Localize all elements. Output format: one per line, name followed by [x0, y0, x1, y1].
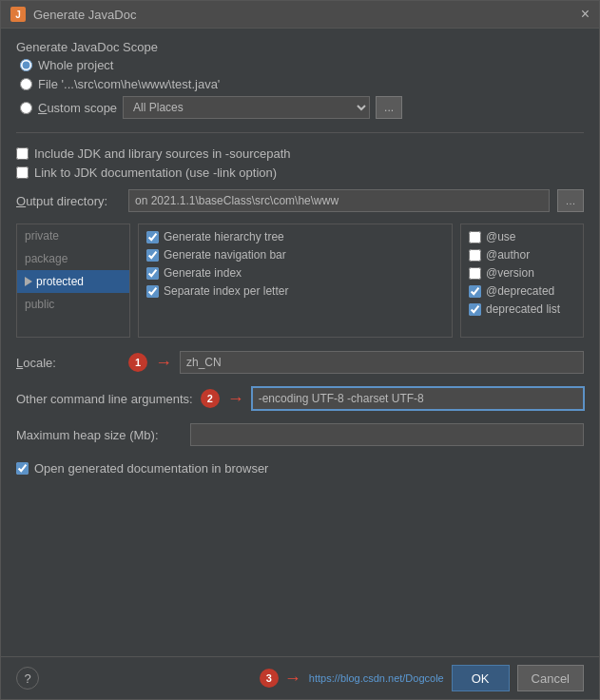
title-bar: J Generate JavaDoc ×: [1, 1, 599, 29]
heap-input[interactable]: [190, 423, 584, 446]
title-bar-left: J Generate JavaDoc: [10, 7, 136, 22]
ok-button[interactable]: OK: [452, 665, 510, 691]
opt-navbar-checkbox[interactable]: [146, 249, 159, 262]
scope-custom-row: Custom scope All Places ...: [20, 96, 584, 119]
footer: ? 3 → https://blog.csdn.net/Dogcole OK C…: [1, 656, 599, 699]
generate-javadoc-dialog: J Generate JavaDoc × Generate JavaDoc Sc…: [0, 0, 600, 700]
scope-file-label[interactable]: File '...\src\com\he\www\test.java': [38, 77, 220, 91]
opt-hierarchy-checkbox[interactable]: [146, 231, 159, 243]
arrow-3: →: [284, 669, 301, 689]
dialog-content: Generate JavaDoc Scope Whole project Fil…: [1, 29, 599, 656]
visibility-protected[interactable]: protected: [17, 270, 129, 293]
app-icon: J: [10, 7, 26, 22]
opt-deprlist-row: deprecated list: [469, 302, 575, 316]
extra-options-section: Include JDK and library sources in -sour…: [16, 146, 584, 180]
output-directory-row: Output directory: …: [16, 189, 584, 212]
dialog-title: Generate JavaDoc: [33, 8, 136, 22]
opt-index-row: Generate index: [146, 266, 444, 280]
footer-right: 3 → https://blog.csdn.net/Dogcole OK Can…: [260, 665, 584, 691]
footer-left: ?: [16, 667, 39, 690]
other-args-section: Other command line arguments: 2 →: [16, 387, 584, 410]
triangle-icon: [25, 277, 32, 286]
opt-author-label[interactable]: @author: [486, 248, 530, 262]
scope-whole-radio[interactable]: [20, 59, 32, 71]
scope-whole-row: Whole project: [20, 58, 584, 72]
opt-version-label[interactable]: @version: [486, 266, 534, 280]
locale-label: Locale:: [16, 356, 121, 370]
scope-file-radio[interactable]: [20, 78, 32, 90]
heap-section: Maximum heap size (Mb):: [16, 423, 584, 446]
opt-author-checkbox[interactable]: [469, 249, 481, 262]
main-options-area: private package protected public Generat…: [16, 224, 584, 338]
arrow-2: →: [227, 389, 244, 409]
opt-deprecated-row: @deprecated: [469, 284, 575, 298]
visibility-package[interactable]: package: [17, 247, 129, 270]
scope-custom-radio[interactable]: [20, 102, 32, 114]
jdk-sourcepath-label[interactable]: Include JDK and library sources in -sour…: [34, 146, 291, 161]
opt-version-row: @version: [469, 266, 575, 280]
opt-index-checkbox[interactable]: [146, 267, 159, 280]
opt-author-row: @author: [469, 248, 575, 262]
badge-3: 3: [260, 669, 279, 688]
arrow-1: →: [155, 353, 172, 373]
opt-deprlist-checkbox[interactable]: [469, 303, 481, 316]
visibility-panel: private package protected public: [16, 224, 130, 338]
scope-radio-group: Whole project File '...\src\com\he\www\t…: [16, 58, 584, 119]
locale-input[interactable]: [180, 351, 584, 374]
opt-navbar-label[interactable]: Generate navigation bar: [164, 248, 286, 262]
output-label: Output directory:: [16, 194, 121, 208]
scope-section: Generate JavaDoc Scope Whole project Fil…: [16, 40, 584, 119]
opt-navbar-row: Generate navigation bar: [146, 248, 444, 262]
jdk-link-label[interactable]: Link to JDK documentation (use -link opt…: [34, 165, 277, 180]
opt-use-checkbox[interactable]: [469, 231, 481, 243]
scope-select[interactable]: All Places: [123, 96, 370, 119]
opt-use-label[interactable]: @use: [486, 230, 516, 243]
opt-deprecated-label[interactable]: @deprecated: [486, 284, 554, 298]
visibility-private[interactable]: private: [17, 224, 129, 247]
jdk-link-checkbox[interactable]: [16, 166, 29, 179]
other-args-label: Other command line arguments:: [16, 392, 193, 406]
visibility-public[interactable]: public: [17, 293, 129, 316]
scope-file-row: File '...\src\com\he\www\test.java': [20, 77, 584, 91]
jdk-sourcepath-row: Include JDK and library sources in -sour…: [16, 146, 584, 161]
opt-hierarchy-label[interactable]: Generate hierarchy tree: [164, 230, 284, 243]
footer-link[interactable]: https://blog.csdn.net/Dogcole: [309, 672, 444, 684]
scope-whole-label[interactable]: Whole project: [38, 58, 113, 72]
opt-hierarchy-row: Generate hierarchy tree: [146, 230, 444, 243]
heap-label: Maximum heap size (Mb):: [16, 428, 183, 442]
scope-custom-label[interactable]: Custom scope: [38, 101, 117, 115]
other-args-input[interactable]: [252, 387, 584, 410]
jdk-sourcepath-checkbox[interactable]: [16, 147, 29, 160]
cancel-button[interactable]: Cancel: [517, 665, 584, 691]
help-button[interactable]: ?: [16, 667, 39, 690]
close-button[interactable]: ×: [581, 7, 590, 22]
opt-index-label[interactable]: Generate index: [164, 266, 242, 280]
badge-1: 1: [128, 353, 147, 372]
open-docs-label[interactable]: Open generated documentation in browser: [34, 461, 268, 476]
locale-section: Locale: 1 →: [16, 351, 584, 374]
output-browse-button[interactable]: …: [557, 189, 584, 212]
jdk-link-row: Link to JDK documentation (use -link opt…: [16, 165, 584, 180]
output-field[interactable]: [128, 189, 550, 212]
opt-deprlist-label[interactable]: deprecated list: [486, 302, 560, 316]
opt-use-row: @use: [469, 230, 575, 243]
options-panel: Generate hierarchy tree Generate navigat…: [138, 224, 453, 338]
opt-separate-row: Separate index per letter: [146, 284, 444, 298]
opt-separate-label[interactable]: Separate index per letter: [164, 284, 288, 298]
badge3-area: 3 →: [260, 669, 301, 689]
opt-separate-checkbox[interactable]: [146, 285, 159, 298]
right-options-panel: @use @author @version @deprecated deprec…: [460, 224, 584, 338]
open-docs-checkbox[interactable]: [16, 462, 29, 475]
open-docs-row: Open generated documentation in browser: [16, 461, 584, 476]
scope-browse-button[interactable]: ...: [376, 96, 402, 119]
badge-2: 2: [201, 389, 220, 408]
divider-1: [16, 132, 584, 133]
scope-label: Generate JavaDoc Scope: [16, 40, 584, 54]
opt-deprecated-checkbox[interactable]: [469, 285, 481, 298]
opt-version-checkbox[interactable]: [469, 267, 481, 280]
